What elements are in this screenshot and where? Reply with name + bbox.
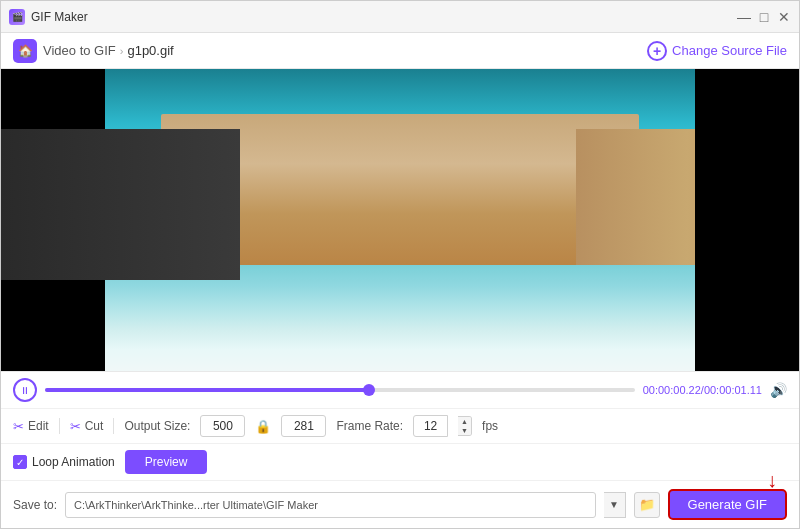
edit-icon: ✂ (13, 419, 24, 434)
volume-icon[interactable]: 🔊 (770, 382, 787, 398)
height-input[interactable] (281, 415, 326, 437)
current-time: 00:00:00.22 (643, 384, 701, 396)
progress-row: ⏸ 00:00:00.22/00:00:01.11 🔊 (1, 372, 799, 409)
cut-icon: ✂ (70, 419, 81, 434)
divider-2 (113, 418, 114, 434)
breadcrumb-nav[interactable]: Video to GIF (43, 43, 116, 58)
cut-label: Cut (85, 419, 104, 433)
time-display: 00:00:00.22/00:00:01.11 (643, 384, 762, 396)
app-icon: 🎬 (9, 9, 25, 25)
frame-rate-up[interactable]: ▲ (458, 417, 471, 426)
preview-button[interactable]: Preview (125, 450, 208, 474)
loop-animation-checkbox-wrap[interactable]: ✓ Loop Animation (13, 455, 115, 469)
video-player (1, 69, 799, 371)
progress-track[interactable] (45, 388, 635, 392)
video-water (1, 265, 799, 371)
video-buildings-left (1, 129, 240, 280)
breadcrumb-separator: › (120, 45, 124, 57)
lock-icon[interactable]: 🔒 (255, 419, 271, 434)
arrow-down-icon: ↓ (767, 469, 777, 492)
frame-rate-input[interactable] (413, 415, 448, 437)
change-source-button[interactable]: + Change Source File (647, 41, 787, 61)
app-title: GIF Maker (31, 10, 737, 24)
controls-panel: ⏸ 00:00:00.22/00:00:01.11 🔊 ✂ Edit ✂ Cut… (1, 371, 799, 528)
total-time: 00:00:01.11 (704, 384, 762, 396)
frame-rate-down[interactable]: ▼ (458, 426, 471, 435)
home-button[interactable]: 🏠 (13, 39, 37, 63)
title-bar: 🎬 GIF Maker — □ ✕ (1, 1, 799, 33)
generate-label: Generate GIF (688, 497, 767, 512)
pause-button[interactable]: ⏸ (13, 378, 37, 402)
save-path-dropdown[interactable]: ▼ (604, 492, 626, 518)
output-size-label: Output Size: (124, 419, 190, 433)
frame-rate-spinner: ▲ ▼ (458, 416, 472, 436)
change-source-label: Change Source File (672, 43, 787, 58)
add-icon: + (647, 41, 667, 61)
cut-button[interactable]: ✂ Cut (70, 419, 104, 434)
breadcrumb-bar: 🏠 Video to GIF › g1p0.gif + Change Sourc… (1, 33, 799, 69)
divider-1 (59, 418, 60, 434)
letterbox-right (695, 69, 799, 371)
edit-button[interactable]: ✂ Edit (13, 419, 49, 434)
breadcrumb-current-file: g1p0.gif (127, 43, 173, 58)
loop-label: Loop Animation (32, 455, 115, 469)
app-window: 🎬 GIF Maker — □ ✕ 🏠 Video to GIF › g1p0.… (0, 0, 800, 529)
loop-checkbox[interactable]: ✓ (13, 455, 27, 469)
save-row: Save to: ▼ 📁 ↓ Generate GIF (1, 481, 799, 528)
maximize-button[interactable]: □ (757, 10, 771, 24)
progress-thumb[interactable] (363, 384, 375, 396)
close-button[interactable]: ✕ (777, 10, 791, 24)
save-path-input[interactable] (65, 492, 595, 518)
minimize-button[interactable]: — (737, 10, 751, 24)
edit-row: ✂ Edit ✂ Cut Output Size: 🔒 Frame Rate: … (1, 409, 799, 444)
edit-label: Edit (28, 419, 49, 433)
save-label: Save to: (13, 498, 57, 512)
breadcrumb: Video to GIF › g1p0.gif (43, 43, 174, 58)
progress-fill (45, 388, 369, 392)
width-input[interactable] (200, 415, 245, 437)
fps-label: fps (482, 419, 498, 433)
video-frame (1, 69, 799, 371)
browse-folder-button[interactable]: 📁 (634, 492, 660, 518)
loop-row: ✓ Loop Animation Preview (1, 444, 799, 481)
window-controls: — □ ✕ (737, 10, 791, 24)
generate-gif-button[interactable]: ↓ Generate GIF (668, 489, 787, 520)
frame-rate-label: Frame Rate: (336, 419, 403, 433)
